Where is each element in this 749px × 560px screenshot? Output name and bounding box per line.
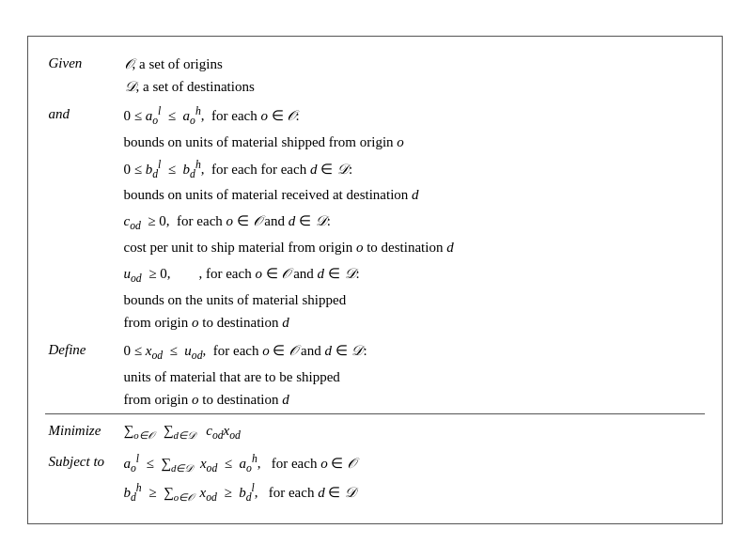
and-c-text: cost per unit to ship material from orig… [124, 236, 701, 258]
given-line1: 𝒪, a set of origins [124, 53, 701, 75]
main-container: Given 𝒪, a set of origins 𝒟, a set of de… [27, 36, 723, 524]
subject-line1: aol ≤ ∑d∈𝒟 xod ≤ aoh, for each o ∈ 𝒪 [124, 451, 701, 478]
minimize-row: Minimize ∑o∈𝒪 ∑d∈𝒟 codxod [45, 414, 705, 447]
given-D: 𝒟 [124, 79, 136, 94]
given-label: Given [45, 50, 120, 101]
define-text2: from origin o to destination d [124, 388, 701, 411]
and-a-text: bounds on units of material shipped from… [124, 131, 701, 153]
given-O: 𝒪 [124, 56, 133, 71]
and-label: and [45, 101, 120, 336]
math-table: Given 𝒪, a set of origins 𝒟, a set of de… [45, 50, 705, 510]
subject-content: aol ≤ ∑d∈𝒟 xod ≤ aoh, for each o ∈ 𝒪 bdh… [120, 447, 705, 510]
and-b-text: bounds on units of material received at … [124, 183, 701, 206]
subject-line2: bdh ≥ ∑o∈𝒪 xod ≥ bdl, for each d ∈ 𝒟 [124, 480, 701, 507]
and-a-math: 0 ≤ aol ≤ aoh, for each o ∈ 𝒪: [124, 103, 701, 131]
define-math: 0 ≤ xod ≤ uod, for each o ∈ 𝒪 and d ∈ 𝒟: [124, 339, 701, 366]
define-row: Define 0 ≤ xod ≤ uod, for each o ∈ 𝒪 and… [45, 336, 705, 413]
given-row: Given 𝒪, a set of origins 𝒟, a set of de… [45, 50, 705, 101]
and-u-text2: from origin o to destination d [124, 311, 701, 334]
minimize-content: ∑o∈𝒪 ∑d∈𝒟 codxod [120, 414, 705, 447]
define-content: 0 ≤ xod ≤ uod, for each o ∈ 𝒪 and d ∈ 𝒟:… [120, 336, 705, 413]
define-label: Define [45, 336, 120, 413]
minimize-label: Minimize [45, 414, 120, 447]
given-line2: 𝒟, a set of destinations [124, 75, 701, 98]
and-u-text1: bounds on the units of material shipped [124, 288, 701, 311]
and-b-math: 0 ≤ bdl ≤ bdh, for each for each d ∈ 𝒟: [124, 157, 701, 184]
define-text1: units of material that are to be shipped [124, 366, 701, 388]
and-c-math: cod ≥ 0, for each o ∈ 𝒪 and d ∈ 𝒟: [124, 210, 701, 236]
subject-row: Subject to aol ≤ ∑d∈𝒟 xod ≤ aoh, for eac… [45, 447, 705, 510]
subject-label: Subject to [45, 447, 120, 510]
given-content: 𝒪, a set of origins 𝒟, a set of destinat… [120, 50, 705, 101]
minimize-math: ∑o∈𝒪 ∑d∈𝒟 codxod [124, 423, 241, 438]
and-row: and 0 ≤ aol ≤ aoh, for each o ∈ 𝒪: bound… [45, 101, 705, 336]
and-u-math: uod ≥ 0, , for each o ∈ 𝒪 and d ∈ 𝒟: [124, 262, 701, 288]
and-content: 0 ≤ aol ≤ aoh, for each o ∈ 𝒪: bounds on… [120, 101, 705, 336]
